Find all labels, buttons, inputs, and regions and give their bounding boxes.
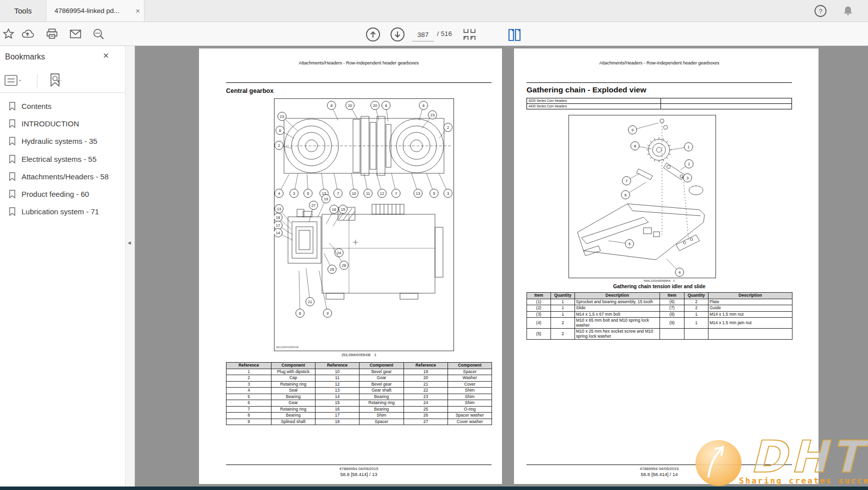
close-panel-icon[interactable]: × bbox=[103, 50, 109, 60]
svg-text:6: 6 bbox=[299, 311, 301, 316]
notifications-bell-icon[interactable] bbox=[841, 4, 855, 18]
column-header: Component bbox=[272, 363, 316, 369]
tab-document[interactable]: 47869954-linked pd... × bbox=[46, 0, 144, 21]
svg-text:9: 9 bbox=[326, 311, 328, 316]
svg-text:4: 4 bbox=[278, 191, 280, 196]
table-cell: 18 bbox=[316, 419, 360, 425]
page-number-input[interactable] bbox=[412, 28, 434, 41]
help-icon[interactable]: ? bbox=[814, 4, 828, 18]
print-icon[interactable] bbox=[46, 27, 60, 41]
series-row: 4200 Series Corn Headers bbox=[527, 98, 792, 104]
search-icon[interactable] bbox=[92, 27, 106, 41]
svg-text:8: 8 bbox=[385, 103, 387, 108]
table-cell: Bevel gear bbox=[360, 369, 404, 375]
email-icon[interactable] bbox=[69, 27, 83, 41]
series-table: 4200 Series Corn Headers 4400 Series Cor… bbox=[526, 98, 792, 109]
item-description-table: ItemQuantityDescriptionItemQuantityDescr… bbox=[526, 292, 792, 340]
table-cell: 2 bbox=[226, 375, 272, 382]
table-cell: Bevel gear bbox=[360, 381, 404, 388]
favorite-star-icon[interactable] bbox=[2, 27, 16, 41]
bookmark-item[interactable]: INTRODUCTION bbox=[0, 115, 125, 132]
section-title: Central gearbox bbox=[226, 87, 274, 94]
bookmarks-panel-title: Bookmarks bbox=[5, 52, 45, 61]
column-header: Quantity bbox=[551, 293, 575, 299]
page-header: Attachments/Headers - Row-independent he… bbox=[226, 60, 492, 65]
svg-text:7: 7 bbox=[626, 179, 628, 183]
table-cell: 25 bbox=[404, 406, 448, 413]
bookmark-item[interactable]: Contents bbox=[0, 97, 125, 115]
table-cell: 8 bbox=[226, 413, 272, 419]
collapse-panel-handle[interactable]: ◀ bbox=[125, 46, 135, 487]
table-cell: Retaining ring bbox=[360, 400, 404, 407]
bookmark-item[interactable]: Hydraulic systems - 35 bbox=[0, 132, 125, 150]
table-cell: 2 bbox=[551, 318, 575, 329]
table-cell: 20 bbox=[404, 375, 448, 382]
table-cell: M10 x 65 mm bolt and M10 spring lock was… bbox=[575, 318, 660, 329]
svg-text:6: 6 bbox=[422, 103, 424, 108]
table-cell: 24 bbox=[404, 400, 448, 407]
svg-text:13: 13 bbox=[277, 207, 281, 211]
table-cell: 1 bbox=[684, 318, 708, 329]
table-cell: 23 bbox=[404, 394, 448, 400]
bookmark-item[interactable]: Product feeding - 60 bbox=[0, 185, 125, 203]
section-title: Gathering chain - Exploded view bbox=[526, 85, 646, 94]
table-cell: 1 bbox=[551, 299, 575, 305]
figure-code: NHIL13GH00369AA 1 bbox=[526, 279, 792, 282]
svg-text:25: 25 bbox=[330, 267, 334, 272]
footer-rule bbox=[526, 465, 792, 465]
table-cell: Cover washer bbox=[448, 419, 492, 425]
divider bbox=[37, 74, 38, 88]
table-cell: 15 bbox=[316, 400, 360, 407]
footer-section-page: 58.8 [58.414] / 14 bbox=[526, 472, 792, 477]
two-page-view-icon[interactable] bbox=[507, 27, 522, 41]
svg-text:10: 10 bbox=[352, 191, 356, 196]
table-cell: Gear shaft bbox=[360, 388, 404, 394]
column-header: Item bbox=[527, 293, 551, 299]
collapse-arrow-icon: ◀ bbox=[128, 240, 131, 245]
page-down-icon[interactable] bbox=[390, 26, 406, 42]
gathering-chain-figure: 981237654 bbox=[568, 115, 716, 278]
bookmark-item[interactable]: Lubrication system - 71 bbox=[0, 203, 125, 220]
document-canvas[interactable]: Attachments/Headers - Row-independent he… bbox=[135, 46, 868, 487]
table-cell: 19 bbox=[404, 369, 448, 375]
table-row: (2)1Slide(7)2Guide bbox=[527, 305, 792, 312]
table-cell: 7 bbox=[226, 406, 272, 413]
svg-text:7: 7 bbox=[337, 191, 339, 196]
bookmark-item[interactable]: Electrical systems - 55 bbox=[0, 150, 125, 168]
table-cell: (2) bbox=[527, 305, 551, 312]
bookmark-list: ContentsINTRODUCTIONHydraulic systems - … bbox=[0, 97, 125, 220]
bookmark-icon bbox=[8, 189, 16, 199]
svg-text:9: 9 bbox=[632, 128, 634, 132]
page-up-icon[interactable] bbox=[365, 26, 381, 42]
table-row: 5Bearing14Bearing23Shim bbox=[226, 394, 492, 400]
table-cell: Spacer bbox=[448, 369, 492, 375]
close-tab-icon[interactable]: × bbox=[136, 7, 140, 14]
table-row: 2Cap11Gear20Washer bbox=[226, 375, 492, 382]
bookmark-options-icon[interactable] bbox=[4, 74, 24, 88]
table-cell: Gear bbox=[272, 400, 316, 407]
svg-text:12: 12 bbox=[380, 191, 384, 196]
column-header: Description bbox=[575, 293, 660, 299]
page-header: Attachments/Headers - Row-independent he… bbox=[526, 60, 792, 65]
svg-text:7: 7 bbox=[395, 191, 397, 196]
tab-tools[interactable]: Tools bbox=[0, 0, 46, 21]
page-view-icon[interactable] bbox=[462, 27, 477, 41]
svg-text:5: 5 bbox=[433, 191, 435, 196]
bookmark-item[interactable]: Attachments/Headers - 58 bbox=[0, 168, 125, 185]
find-current-bookmark-icon[interactable] bbox=[48, 73, 64, 87]
svg-text:2: 2 bbox=[447, 125, 449, 130]
bookmark-icon bbox=[8, 101, 16, 111]
header-rule bbox=[226, 82, 492, 83]
table-row: 4Seal13Gear shaft22Shim bbox=[226, 388, 492, 394]
cloud-upload-icon[interactable] bbox=[21, 27, 35, 41]
table-cell: 17 bbox=[316, 413, 360, 419]
table-cell: Cover bbox=[448, 381, 492, 388]
table-cell: 12 bbox=[316, 381, 360, 388]
svg-text:14: 14 bbox=[276, 231, 280, 235]
table-cell: 21 bbox=[404, 381, 448, 388]
svg-text:2: 2 bbox=[688, 162, 690, 166]
central-gearbox-figure: ZEIL05MH0055H0B 820208623622324351371011… bbox=[274, 98, 454, 351]
column-header: Reference bbox=[316, 363, 360, 369]
table-cell: (4) bbox=[527, 318, 551, 329]
table-cell bbox=[660, 329, 684, 340]
